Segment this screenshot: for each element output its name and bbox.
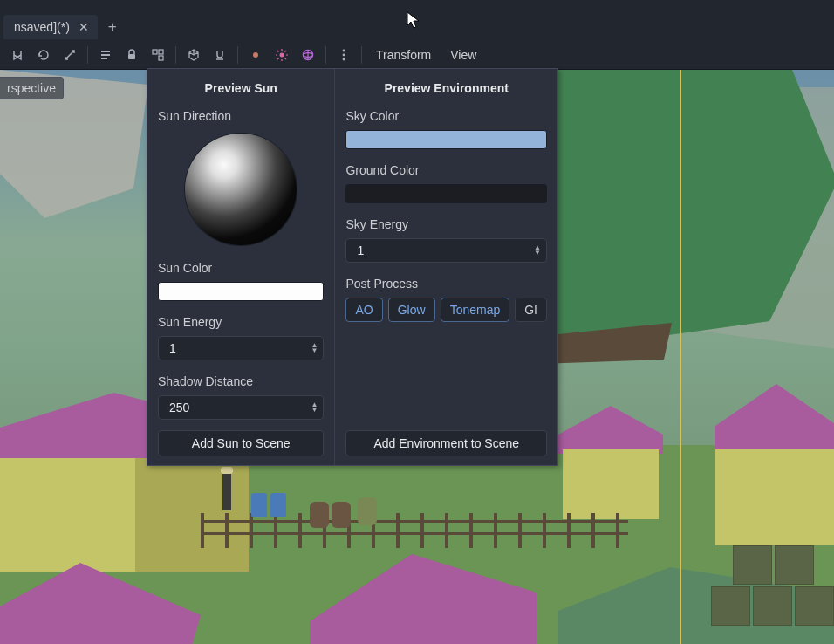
shadow-distance-value: 250 — [169, 401, 189, 414]
svg-rect-3 — [128, 54, 135, 59]
lock-icon[interactable] — [120, 43, 144, 67]
shadow-distance-spinbox[interactable]: 250 ▲▼ — [158, 395, 324, 420]
close-icon[interactable]: ✕ — [79, 20, 89, 34]
sun-direction-control[interactable] — [185, 134, 297, 245]
transform-menu[interactable]: Transform — [367, 45, 440, 65]
select-icon[interactable] — [5, 43, 30, 67]
add-tab-button[interactable]: + — [103, 17, 122, 37]
sun-energy-value: 1 — [169, 341, 176, 355]
view-menu[interactable]: View — [441, 45, 485, 65]
spinbox-arrows-icon[interactable]: ▲▼ — [534, 245, 541, 256]
list-icon[interactable] — [93, 43, 118, 67]
projection-badge[interactable]: rspective — [0, 77, 64, 99]
sun-color-label: Sun Color — [158, 261, 324, 275]
svg-rect-4 — [153, 50, 157, 54]
post-process-toggles: AO Glow Tonemap GI — [345, 298, 547, 322]
spinbox-arrows-icon[interactable]: ▲▼ — [311, 402, 318, 413]
svg-point-9 — [280, 52, 284, 57]
sun-direction-label: Sun Direction — [158, 109, 324, 123]
svg-line-14 — [277, 51, 279, 52]
sky-energy-spinbox[interactable]: 1 ▲▼ — [345, 238, 547, 263]
svg-rect-0 — [101, 51, 110, 52]
preview-sun-panel: Preview Sun Sun Direction Sun Color Sun … — [147, 69, 335, 465]
preview-environment-panel: Preview Environment Sky Color Ground Col… — [335, 69, 557, 465]
axis-line — [680, 70, 681, 644]
svg-point-22 — [343, 53, 345, 56]
ground-color-label: Ground Color — [345, 163, 547, 177]
preview-popup: Preview Sun Sun Direction Sun Color Sun … — [147, 68, 558, 466]
spinbox-arrows-icon[interactable]: ▲▼ — [311, 343, 318, 353]
sky-energy-value: 1 — [357, 243, 364, 257]
tab-title: nsaved](*) — [14, 20, 70, 34]
ground-color-picker[interactable] — [345, 184, 547, 203]
tonemap-toggle[interactable]: Tonemap — [441, 298, 510, 322]
sun-color-picker[interactable] — [158, 282, 324, 301]
sky-energy-label: Sky Energy — [345, 217, 547, 231]
svg-line-16 — [277, 58, 279, 59]
svg-rect-5 — [159, 56, 163, 60]
add-environment-button[interactable]: Add Environment to Scene — [345, 430, 547, 456]
svg-point-8 — [253, 52, 258, 58]
sky-color-picker[interactable] — [345, 130, 547, 149]
svg-rect-1 — [101, 54, 110, 56]
add-sun-button[interactable]: Add Sun to Scene — [158, 430, 324, 456]
group-icon[interactable] — [146, 43, 170, 67]
scene-tab[interactable]: nsaved](*) ✕ — [3, 15, 98, 39]
preview-env-title: Preview Environment — [345, 76, 547, 106]
scale-icon[interactable] — [58, 43, 82, 67]
environment-icon[interactable] — [296, 43, 320, 67]
top-hint-bar — [0, 0, 834, 14]
glow-toggle[interactable]: Glow — [388, 298, 435, 322]
svg-point-21 — [343, 49, 345, 51]
sun-energy-label: Sun Energy — [158, 315, 324, 329]
svg-rect-6 — [159, 50, 163, 54]
svg-line-15 — [285, 58, 287, 59]
rotate-icon[interactable] — [31, 43, 56, 67]
scene-tab-bar: nsaved](*) ✕ + — [0, 14, 834, 40]
svg-rect-2 — [101, 58, 107, 59]
svg-line-17 — [285, 51, 287, 52]
svg-point-23 — [343, 58, 345, 60]
viewport-toolbar: Transform View — [0, 40, 834, 70]
sun-energy-spinbox[interactable]: 1 ▲▼ — [158, 336, 324, 360]
cube-icon[interactable] — [181, 43, 206, 67]
ao-toggle[interactable]: AO — [345, 298, 382, 322]
preview-sun-title: Preview Sun — [158, 76, 324, 106]
sun-icon[interactable] — [243, 43, 268, 67]
light-icon[interactable] — [270, 43, 294, 67]
shadow-distance-label: Shadow Distance — [158, 374, 324, 388]
post-process-label: Post Process — [345, 277, 547, 291]
kebab-icon[interactable] — [332, 43, 356, 67]
snap-icon[interactable] — [208, 43, 232, 67]
sky-color-label: Sky Color — [345, 109, 547, 123]
gi-toggle[interactable]: GI — [515, 298, 547, 322]
